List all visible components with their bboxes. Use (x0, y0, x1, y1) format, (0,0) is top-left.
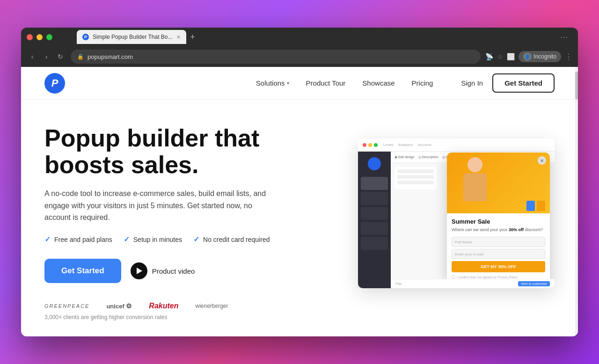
logo-letter: P (51, 77, 58, 89)
incognito-badge: 👤 Incognito (519, 51, 561, 62)
close-traffic-light[interactable] (27, 34, 33, 40)
check-icon-2: ✓ (124, 235, 130, 244)
sign-in-link[interactable]: Sign In (461, 79, 483, 87)
fullscreen-traffic-light[interactable] (46, 34, 52, 40)
hero-get-started-button[interactable]: Get Started (44, 259, 121, 283)
new-tab-button[interactable]: + (186, 30, 199, 44)
check-icon-1: ✓ (44, 235, 51, 244)
pricing-label: Pricing (412, 79, 433, 87)
lock-icon: 🔒 (77, 54, 84, 60)
preview-next-button[interactable]: Next to customize (518, 281, 550, 286)
url-bar[interactable]: 🔒 popupsmart.com (71, 50, 481, 64)
preview-header: Leads Analytics Account (358, 138, 555, 152)
nav-showcase[interactable]: Showcase (362, 79, 394, 87)
popup-fullname-input[interactable]: Full Name (452, 237, 545, 247)
reload-button[interactable]: ↻ (55, 51, 66, 62)
preview-dot-red (363, 143, 366, 147)
feature-setup: ✓ Setup in minutes (124, 235, 182, 244)
popup-email-input[interactable]: Enter your e-mail (452, 249, 545, 259)
preview-bottom-bar: Plan Next to customize (391, 279, 555, 288)
tab-close-icon[interactable]: ✕ (176, 34, 181, 40)
feature-2-label: Setup in minutes (133, 236, 182, 243)
address-actions: 📡 ☆ ⬜ 👤 Incognito ⋮ (485, 51, 572, 62)
feature-free-plans: ✓ Free and paid plans (44, 235, 112, 244)
hero-content: Popup builder that boosts sales. A no-co… (44, 125, 325, 320)
url-text: popupsmart.com (88, 53, 133, 60)
preview-dot-green (374, 143, 378, 147)
solutions-chevron-icon: ▾ (287, 80, 289, 86)
product-tour-label: Product Tour (306, 79, 346, 87)
website-content: P Solutions ▾ Product Tour Showcase Pric… (21, 67, 578, 336)
form-row-3 (397, 181, 434, 184)
address-bar: ‹ › ↻ 🔒 popupsmart.com 📡 ☆ ⬜ 👤 Incognito… (21, 46, 578, 67)
client-logos: GREENPEACE unicef ⚙ Rakuten wienerberger (44, 302, 325, 310)
nav-get-started-button[interactable]: Get Started (492, 73, 555, 93)
hero-title: Popup builder that boosts sales. (44, 125, 325, 178)
browser-tab[interactable]: P Simple Popup Builder That Bo... ✕ (77, 30, 186, 44)
incognito-icon: 👤 (523, 52, 532, 61)
window-controls: ⋯ (560, 33, 572, 42)
preview-body: ◉ Edit design ◎ Description ◎ Image ◎ Bu… (358, 152, 555, 288)
preview-dot-yellow (368, 143, 372, 147)
hero-cta: Get Started Product video (44, 259, 325, 283)
preview-sidebar-item-3 (361, 207, 388, 220)
rakuten-logo: Rakuten (149, 302, 178, 310)
solutions-label: Solutions (256, 79, 285, 87)
site-logo[interactable]: P (44, 73, 65, 94)
nav-product-tour[interactable]: Product Tour (306, 79, 346, 87)
preview-sidebar-logo (368, 157, 381, 170)
menu-icon[interactable]: ⋮ (565, 52, 572, 61)
preview-plan-label: Plan (395, 282, 402, 285)
title-bar: P Simple Popup Builder That Bo... ✕ + ⋯ (21, 28, 578, 46)
person-figure (456, 157, 494, 213)
traffic-lights (27, 34, 52, 40)
showcase-label: Showcase (362, 79, 394, 87)
minimize-traffic-light[interactable] (37, 34, 43, 40)
scrollbar-thumb (575, 72, 578, 100)
unicef-emblem: ⚙ (126, 302, 132, 310)
nav-pricing[interactable]: Pricing (412, 79, 433, 87)
nav-auth: Sign In Get Started (461, 73, 555, 93)
play-button-icon (131, 262, 147, 279)
popup-legal-text: I confirm that I've agreed to Privacy Po… (452, 275, 545, 279)
preview-sidebar-item-4 (361, 222, 388, 235)
preview-main: ◉ Edit design ◎ Description ◎ Image ◎ Bu… (391, 152, 555, 288)
feature-1-label: Free and paid plans (54, 236, 112, 243)
tab-favicon: P (82, 34, 89, 40)
logo-circle: P (44, 73, 65, 94)
nav-buttons: ‹ › ↻ (27, 51, 66, 62)
hero-image: Leads Analytics Account (325, 143, 555, 302)
greenpeace-logo: GREENPEACE (44, 303, 89, 309)
feature-3-label: No credit card required (203, 236, 270, 243)
play-triangle-icon (137, 268, 142, 274)
bag-blue (526, 201, 535, 211)
preview-form-area (394, 167, 437, 189)
preview-sidebar-item-5 (361, 237, 388, 250)
extension-icon: ⬜ (507, 53, 515, 60)
popup-card-desc: Where can we send your your 30% off disc… (452, 227, 545, 233)
account-tab: Account (418, 143, 431, 147)
preview-sidebar (358, 152, 391, 288)
cast-icon: 📡 (485, 53, 493, 60)
back-button[interactable]: ‹ (27, 51, 38, 62)
forward-button[interactable]: › (41, 51, 52, 62)
toolbar-item-2: ◎ Description (418, 155, 438, 159)
legal-checkbox (452, 275, 455, 279)
form-row-2 (397, 175, 434, 179)
product-video-label: Product video (152, 267, 195, 275)
bookmark-icon[interactable]: ☆ (497, 53, 503, 60)
form-row-1 (397, 169, 434, 173)
person-head (468, 157, 482, 172)
feature-no-credit-card: ✓ No credit card required (193, 235, 270, 244)
popup-cta-button[interactable]: GET MY 30% OFF (452, 261, 545, 272)
toolbar-item-1: ◉ Edit design (394, 155, 415, 159)
tab-title: Simple Popup Builder That Bo... (93, 34, 173, 40)
site-navigation: P Solutions ▾ Product Tour Showcase Pric… (21, 67, 578, 100)
leads-tab: Leads (383, 143, 394, 147)
product-video-button[interactable]: Product video (131, 262, 195, 279)
hero-features: ✓ Free and paid plans ✓ Setup in minutes… (44, 235, 325, 244)
clients-text: 3,000+ clients are getting higher conver… (44, 314, 325, 320)
bag-yellow (537, 201, 545, 211)
nav-solutions[interactable]: Solutions ▾ (256, 79, 289, 87)
unicef-logo: unicef ⚙ (106, 302, 132, 310)
